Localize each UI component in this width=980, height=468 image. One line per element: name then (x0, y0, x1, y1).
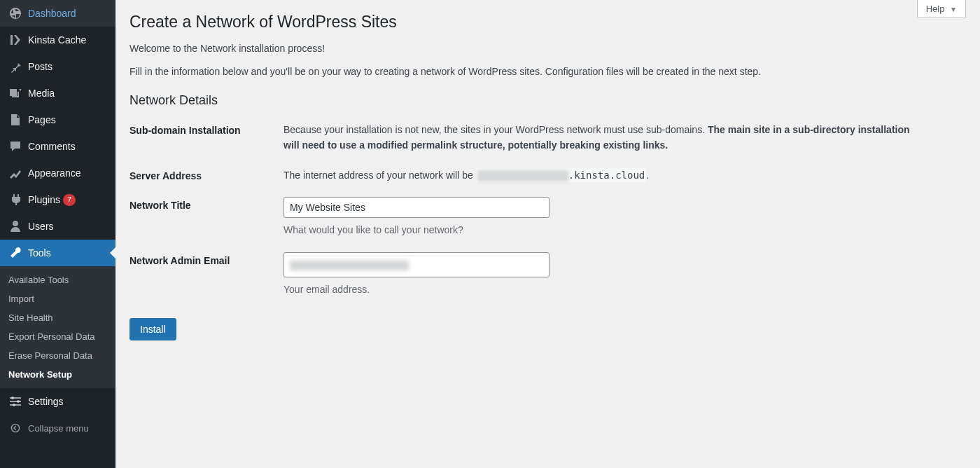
sidebar-item-comments[interactable]: Comments (0, 133, 115, 160)
sidebar-item-kinsta-cache[interactable]: Kinsta Cache (0, 27, 115, 53)
page-title: Create a Network of WordPress Sites (130, 13, 966, 32)
row-server-address: Server Address The internet address of y… (130, 167, 966, 183)
admin-email-desc: Your email address. (284, 282, 913, 297)
svg-point-6 (11, 424, 19, 432)
sidebar-item-tools[interactable]: Tools (0, 240, 115, 266)
sidebar-item-label: Pages (28, 114, 56, 125)
install-button[interactable]: Install (130, 318, 176, 340)
sidebar-item-users[interactable]: Users (0, 213, 115, 240)
help-tab-button[interactable]: Help ▼ (917, 0, 966, 18)
row-subdomain: Sub-domain Installation Because your ins… (130, 122, 966, 153)
intro-text: Fill in the information below and you'll… (130, 64, 966, 79)
submenu-import[interactable]: Import (0, 289, 115, 308)
submenu-available-tools[interactable]: Available Tools (0, 270, 115, 289)
appearance-icon (8, 166, 22, 180)
tools-icon (8, 246, 22, 260)
sidebar-item-dashboard[interactable]: Dashboard (0, 0, 115, 27)
submenu-site-health[interactable]: Site Health (0, 308, 115, 327)
submenu-erase-personal-data[interactable]: Erase Personal Data (0, 346, 115, 365)
redacted-hostname (477, 170, 568, 181)
welcome-text: Welcome to the Network installation proc… (130, 41, 966, 56)
subdomain-label: Sub-domain Installation (130, 122, 284, 136)
svg-point-5 (13, 404, 15, 406)
sidebar-item-label: Users (28, 221, 54, 232)
sidebar-item-posts[interactable]: Posts (0, 53, 115, 80)
dashboard-icon (8, 6, 22, 20)
sidebar-item-label: Media (28, 88, 55, 99)
pin-icon (8, 60, 22, 74)
sidebar-item-label: Kinsta Cache (28, 34, 86, 46)
admin-email-input[interactable] (284, 252, 550, 277)
network-title-desc: What would you like to call your network… (284, 222, 913, 238)
sidebar-item-label: Tools (28, 247, 51, 259)
admin-email-label: Network Admin Email (130, 252, 284, 266)
server-address-text: The internet address of your network wil… (284, 167, 913, 183)
sidebar-item-label: Dashboard (28, 8, 76, 19)
plugins-update-badge: 7 (63, 194, 76, 206)
collapse-icon (8, 421, 22, 435)
sidebar-item-settings[interactable]: Settings (0, 388, 115, 415)
sidebar-item-label: Posts (28, 61, 52, 72)
sidebar-item-plugins[interactable]: Plugins 7 (0, 186, 115, 213)
network-title-input[interactable] (284, 197, 550, 218)
tools-submenu: Available Tools Import Site Health Expor… (0, 266, 115, 388)
collapse-label: Collapse menu (28, 423, 89, 434)
sidebar-item-appearance[interactable]: Appearance (0, 160, 115, 186)
server-address-label: Server Address (130, 167, 284, 181)
sidebar-item-media[interactable]: Media (0, 80, 115, 106)
network-details-heading: Network Details (130, 93, 966, 108)
help-label: Help (926, 4, 945, 14)
pages-icon (8, 113, 22, 127)
row-admin-email: Network Admin Email Your email address. (130, 252, 966, 298)
admin-sidebar: Dashboard Kinsta Cache Posts Media Pages… (0, 0, 115, 468)
sidebar-item-label: Plugins (28, 194, 60, 205)
users-icon (8, 219, 22, 233)
media-icon (8, 86, 22, 100)
subdomain-text: Because your installation is not new, th… (284, 122, 913, 153)
submenu-export-personal-data[interactable]: Export Personal Data (0, 327, 115, 346)
sidebar-item-label: Comments (28, 141, 76, 152)
network-title-label: Network Title (130, 197, 284, 211)
kinsta-icon (8, 33, 22, 47)
settings-icon (8, 394, 22, 408)
chevron-down-icon: ▼ (950, 6, 957, 13)
redacted-email (290, 261, 409, 270)
comments-icon (8, 139, 22, 153)
sidebar-item-label: Appearance (28, 167, 81, 179)
sidebar-item-pages[interactable]: Pages (0, 106, 115, 133)
svg-point-4 (17, 400, 20, 403)
plugins-icon (8, 193, 22, 207)
submenu-network-setup[interactable]: Network Setup (0, 365, 115, 384)
svg-point-3 (11, 397, 14, 399)
main-content: Help ▼ Create a Network of WordPress Sit… (115, 0, 980, 468)
row-network-title: Network Title What would you like to cal… (130, 197, 966, 238)
sidebar-item-label: Settings (28, 396, 64, 407)
collapse-menu-button[interactable]: Collapse menu (0, 415, 115, 441)
